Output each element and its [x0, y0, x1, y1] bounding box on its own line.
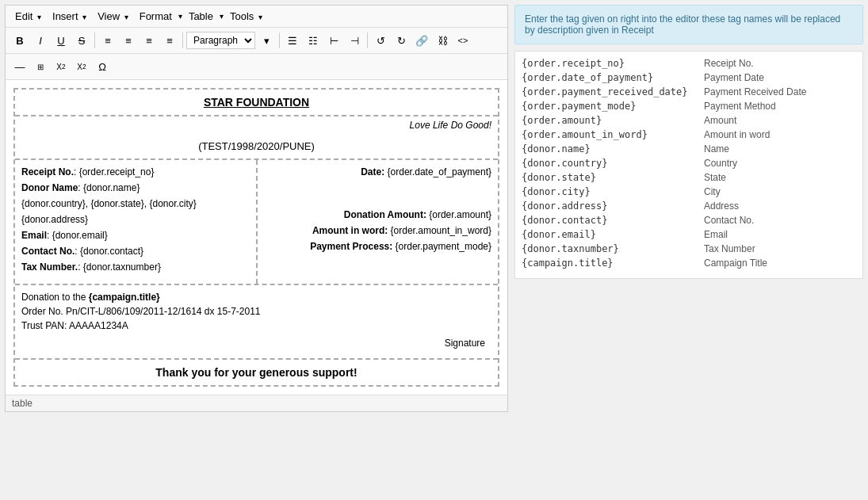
- receipt-left-col: Receipt No.: {order.receipt_no} Donor Na…: [15, 160, 258, 284]
- ordered-list-button[interactable]: ☷: [304, 31, 323, 50]
- menu-insert[interactable]: Insert ▾: [48, 9, 91, 24]
- sep4: [367, 32, 368, 48]
- indent-button[interactable]: ⊣: [345, 31, 364, 50]
- info-box: Enter the tag given on right into the ed…: [514, 5, 863, 44]
- tag-value: Email: [704, 229, 728, 240]
- editor-panel: Edit ▾ Insert ▾ View ▾ Format▾ Table▾ To…: [5, 5, 508, 412]
- tag-row: {order.amount_in_word}Amount in word: [522, 129, 856, 140]
- menu-table[interactable]: Table: [184, 9, 218, 24]
- date-line: Date: {order.date_of_payment}: [264, 166, 492, 177]
- menu-edit[interactable]: Edit ▾: [10, 9, 46, 24]
- receipt-thanks: Thank you for your generous support!: [15, 358, 498, 385]
- email-value: {donor.email}: [52, 230, 108, 241]
- strikethrough-button[interactable]: S: [72, 31, 91, 50]
- tag-value: Receipt No.: [704, 58, 754, 69]
- italic-button[interactable]: I: [31, 31, 50, 50]
- tag-value: State: [704, 172, 726, 183]
- receipt-no-value: {order.receipt_no}: [79, 166, 155, 177]
- tag-row: {campaign.title}Campaign Title: [522, 258, 856, 269]
- source-button[interactable]: <>: [453, 31, 472, 50]
- superscript-button[interactable]: X2: [72, 57, 91, 76]
- contact-value: {donor.contact}: [80, 246, 143, 257]
- tag-value: Campaign Title: [704, 258, 767, 269]
- donor-name-label: Donor Name: [21, 182, 78, 193]
- donor-address-line: {donor.address}: [21, 214, 250, 225]
- menu-format[interactable]: Format: [135, 9, 177, 24]
- tag-key: {donor.taxnumber}: [522, 243, 696, 254]
- unlink-button[interactable]: ⛓: [433, 31, 452, 50]
- tag-row: {donor.taxnumber}Tax Number: [522, 243, 856, 254]
- tag-row: {order.payment_mode}Payment Method: [522, 101, 856, 112]
- dropdown-arrow[interactable]: ▾: [257, 31, 276, 50]
- tag-key: {donor.address}: [522, 200, 696, 212]
- tax-value: {donor.taxnumber}: [83, 261, 161, 273]
- receipt-number-row: (TEST/1998/2020/PUNE): [15, 134, 498, 160]
- tag-row: {donor.city}City: [522, 186, 856, 197]
- tag-value: Payment Date: [704, 72, 764, 83]
- donation-amount-label: Donation Amount:: [344, 209, 426, 220]
- toolbar-row1: B I U S ≡ ≡ ≡ ≡ Paragraph ▾ ☰ ☷ ⊢ ⊣ ↺ ↻ …: [6, 28, 507, 54]
- tag-value: Contact No.: [704, 215, 754, 226]
- menu-bar: Edit ▾ Insert ▾ View ▾ Format▾ Table▾ To…: [6, 6, 507, 28]
- unordered-list-button[interactable]: ☰: [283, 31, 302, 50]
- campaign-line: Donation to the {campaign.title}: [21, 292, 491, 303]
- undo-button[interactable]: ↺: [371, 31, 390, 50]
- email-line: Email: {donor.email}: [21, 230, 250, 241]
- tag-value: Amount: [704, 115, 736, 126]
- donation-amount-value: {order.amount}: [429, 209, 491, 220]
- tag-key: {donor.contact}: [522, 215, 696, 226]
- underline-button[interactable]: U: [52, 31, 71, 50]
- hr-button[interactable]: —: [10, 57, 29, 76]
- table-button[interactable]: ⊞: [31, 57, 50, 76]
- align-right-button[interactable]: ≡: [140, 31, 159, 50]
- tax-line: Tax Number.: {donor.taxnumber}: [21, 261, 250, 273]
- tag-key: {order.amount_in_word}: [522, 129, 696, 140]
- menu-view[interactable]: View ▾: [93, 9, 133, 24]
- align-justify-button[interactable]: ≡: [160, 31, 179, 50]
- org-name: STAR FOUNDATION: [21, 96, 491, 109]
- amount-word-value: {order.amount_in_word}: [391, 225, 491, 236]
- tag-key: {order.date_of_payment}: [522, 72, 696, 83]
- omega-button[interactable]: Ω: [93, 57, 112, 76]
- tag-key: {order.receipt_no}: [522, 58, 696, 69]
- link-button[interactable]: 🔗: [412, 31, 431, 50]
- tag-value: Payment Received Date: [704, 86, 806, 97]
- tag-key: {order.payment_mode}: [522, 101, 696, 112]
- receipt-no-line: Receipt No.: {order.receipt_no}: [21, 166, 250, 177]
- sep3: [279, 32, 280, 48]
- tag-row: {donor.country}Country: [522, 158, 856, 169]
- align-left-button[interactable]: ≡: [98, 31, 117, 50]
- tag-key: {donor.state}: [522, 172, 696, 183]
- tag-value: City: [704, 186, 721, 197]
- outdent-button[interactable]: ⊢: [324, 31, 343, 50]
- tag-key: {donor.email}: [522, 229, 696, 240]
- tag-row: {donor.state}State: [522, 172, 856, 183]
- tag-value: Amount in word: [704, 129, 770, 140]
- paragraph-select[interactable]: Paragraph: [186, 32, 255, 49]
- tag-key: {campaign.title}: [522, 258, 696, 269]
- signature-row: Signature: [21, 334, 491, 352]
- tag-value: Address: [704, 200, 739, 212]
- tag-key: {donor.city}: [522, 186, 696, 197]
- tag-key: {order.payment_received_date}: [522, 86, 696, 97]
- menu-tools[interactable]: Tools ▾: [225, 9, 267, 24]
- sep2: [182, 32, 183, 48]
- receipt-document: STAR FOUNDATION Love Life Do Good! (TEST…: [13, 88, 499, 387]
- payment-process-label: Payment Process:: [310, 241, 392, 252]
- editor-area[interactable]: STAR FOUNDATION Love Life Do Good! (TEST…: [6, 80, 507, 395]
- align-center-button[interactable]: ≡: [119, 31, 138, 50]
- receipt-body: Receipt No.: {order.receipt_no} Donor Na…: [15, 160, 498, 284]
- tag-value: Tax Number: [704, 243, 755, 254]
- tag-key: {order.amount}: [522, 115, 696, 126]
- subscript-button[interactable]: X2: [52, 57, 71, 76]
- tag-row: {donor.email}Email: [522, 229, 856, 240]
- bold-button[interactable]: B: [10, 31, 29, 50]
- tag-value: Name: [704, 143, 729, 155]
- amount-word-label: Amount in word:: [312, 225, 388, 236]
- tag-row: {donor.name}Name: [522, 143, 856, 155]
- pan-line: Trust PAN: AAAAA1234A: [21, 320, 491, 331]
- tag-key: {donor.name}: [522, 143, 696, 155]
- redo-button[interactable]: ↻: [392, 31, 411, 50]
- payment-process-line: Payment Process: {order.payment_mode}: [264, 241, 492, 252]
- campaign-title: {campaign.title}: [89, 292, 160, 303]
